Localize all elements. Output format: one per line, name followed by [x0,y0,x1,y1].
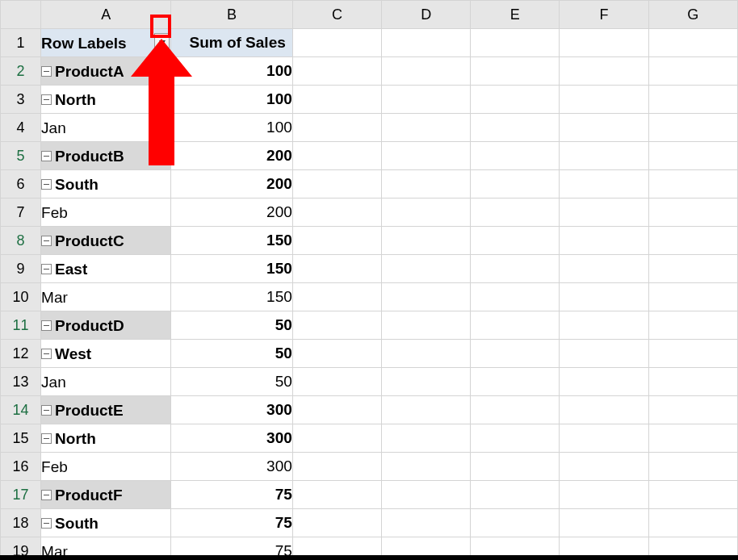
cell-empty[interactable] [471,396,560,424]
cell-empty[interactable] [648,29,737,57]
row-header[interactable]: 2 [1,57,41,86]
cell-empty[interactable] [648,368,737,396]
col-header-F[interactable]: F [560,1,648,29]
collapse-toggle-icon[interactable] [41,151,52,161]
cell-label[interactable]: ProductA [41,57,171,86]
cell-empty[interactable] [560,114,648,142]
cell-empty[interactable] [471,86,560,114]
cell-empty[interactable] [560,86,648,114]
row-header[interactable]: 12 [1,340,41,368]
cell-value[interactable]: 300 [171,453,292,481]
row-header[interactable]: 10 [1,283,41,311]
row-header[interactable]: 14 [1,396,41,424]
cell-empty[interactable] [648,255,737,283]
cell-empty[interactable] [648,509,737,537]
row-header[interactable]: 11 [1,311,41,340]
select-all-corner[interactable] [1,1,41,29]
row-header[interactable]: 5 [1,142,41,170]
cell-label[interactable]: Mar [41,283,171,311]
cell-empty[interactable] [292,255,381,283]
cell-value[interactable]: 200 [171,199,292,227]
cell-empty[interactable] [382,509,471,537]
pivot-header-sum[interactable]: Sum of Sales [171,29,292,57]
cell-empty[interactable] [560,255,648,283]
collapse-toggle-icon[interactable] [41,433,52,444]
row-header[interactable]: 13 [1,368,41,396]
cell-empty[interactable] [648,311,737,340]
cell-empty[interactable] [471,255,560,283]
col-header-C[interactable]: C [292,1,381,29]
collapse-toggle-icon[interactable] [41,518,52,529]
collapse-toggle-icon[interactable] [41,264,52,274]
col-header-B[interactable]: B [171,1,292,29]
cell-empty[interactable] [382,29,471,57]
cell-empty[interactable] [471,340,560,368]
cell-empty[interactable] [648,114,737,142]
collapse-toggle-icon[interactable] [41,320,52,331]
cell-label[interactable]: Jan [41,368,171,396]
cell-empty[interactable] [382,170,471,199]
cell-empty[interactable] [292,199,381,227]
cell-empty[interactable] [560,481,648,509]
cell-label[interactable]: ProductF [41,481,171,509]
row-header[interactable]: 7 [1,199,41,227]
cell-value[interactable]: 200 [171,142,292,170]
cell-empty[interactable] [471,453,560,481]
cell-empty[interactable] [648,481,737,509]
row-header[interactable]: 8 [1,227,41,255]
cell-value[interactable]: 75 [171,509,292,537]
cell-empty[interactable] [382,368,471,396]
cell-empty[interactable] [471,227,560,255]
col-header-A[interactable]: A [41,1,171,29]
row-header[interactable]: 3 [1,86,41,114]
cell-empty[interactable] [471,142,560,170]
cell-label[interactable]: Feb [41,199,171,227]
cell-empty[interactable] [292,57,381,86]
cell-value[interactable]: 300 [171,396,292,424]
cell-empty[interactable] [292,453,381,481]
cell-value[interactable]: 50 [171,340,292,368]
row-header[interactable]: 1 [1,29,41,57]
cell-label[interactable]: South [41,170,171,199]
cell-empty[interactable] [560,424,648,453]
row-header[interactable]: 17 [1,481,41,509]
cell-label[interactable]: ProductE [41,396,171,424]
cell-label[interactable]: North [41,424,171,453]
cell-empty[interactable] [560,199,648,227]
cell-empty[interactable] [292,509,381,537]
cell-empty[interactable] [382,481,471,509]
cell-empty[interactable] [382,453,471,481]
cell-empty[interactable] [471,481,560,509]
cell-empty[interactable] [648,86,737,114]
row-header[interactable]: 16 [1,453,41,481]
cell-empty[interactable] [560,368,648,396]
cell-empty[interactable] [382,340,471,368]
cell-value[interactable]: 200 [171,170,292,199]
cell-empty[interactable] [292,29,381,57]
cell-empty[interactable] [560,57,648,86]
cell-empty[interactable] [382,114,471,142]
cell-value[interactable]: 150 [171,255,292,283]
cell-empty[interactable] [648,142,737,170]
row-header[interactable]: 4 [1,114,41,142]
cell-empty[interactable] [471,368,560,396]
cell-empty[interactable] [648,453,737,481]
cell-empty[interactable] [560,396,648,424]
cell-empty[interactable] [471,509,560,537]
cell-empty[interactable] [560,311,648,340]
cell-empty[interactable] [648,170,737,199]
collapse-toggle-icon[interactable] [41,236,52,246]
cell-empty[interactable] [560,453,648,481]
cell-empty[interactable] [648,227,737,255]
cell-value[interactable]: 100 [171,114,292,142]
cell-empty[interactable] [292,142,381,170]
cell-empty[interactable] [382,142,471,170]
row-header[interactable]: 15 [1,424,41,453]
cell-empty[interactable] [292,368,381,396]
cell-empty[interactable] [382,396,471,424]
cell-empty[interactable] [471,283,560,311]
cell-empty[interactable] [382,86,471,114]
col-header-D[interactable]: D [382,1,471,29]
cell-empty[interactable] [292,170,381,199]
collapse-toggle-icon[interactable] [41,66,52,77]
